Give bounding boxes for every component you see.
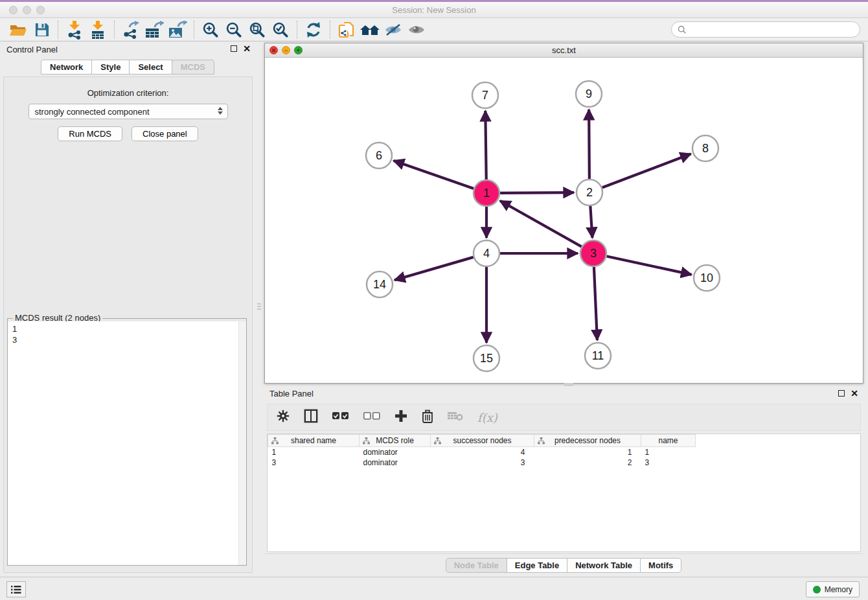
table-row[interactable]: 1dominator411: [268, 447, 696, 457]
zoom-in-icon: [202, 21, 219, 38]
graph-edge-4-14[interactable]: [394, 257, 474, 280]
toolbar-separator: [297, 21, 297, 39]
export-network-button[interactable]: [119, 19, 143, 40]
column-header-successor-nodes[interactable]: successor nodes: [431, 435, 534, 447]
graph-node-6[interactable]: 6: [366, 143, 392, 168]
table-cell[interactable]: dominator: [360, 457, 431, 468]
network-canvas[interactable]: 7968124314101511: [265, 58, 863, 383]
column-header-name[interactable]: name: [641, 435, 696, 447]
tab-network[interactable]: Network: [41, 60, 92, 75]
toolbar-search-field[interactable]: [671, 21, 860, 38]
table-settings-button[interactable]: [277, 410, 290, 425]
graph-edge-3-11[interactable]: [594, 267, 597, 340]
open-file-button[interactable]: [6, 19, 30, 40]
tab-style[interactable]: Style: [91, 60, 130, 75]
table-cell[interactable]: 3: [641, 457, 696, 468]
gear-icon: [277, 410, 290, 422]
table-cell[interactable]: 1: [534, 447, 641, 457]
select-all-button[interactable]: [332, 411, 349, 423]
graph-edge-2-8[interactable]: [602, 154, 691, 188]
graph-node-14[interactable]: 14: [367, 271, 393, 297]
table-cell[interactable]: 3: [268, 457, 360, 468]
column-header-mcds-role[interactable]: MCDS role: [360, 435, 431, 447]
trash-icon: [422, 410, 433, 423]
graph-node-1[interactable]: 1: [474, 180, 499, 206]
run-mcds-button[interactable]: Run MCDS: [58, 126, 122, 141]
column-header-predecessor-nodes[interactable]: predecessor nodes: [534, 435, 641, 447]
float-window-icon[interactable]: [231, 45, 237, 52]
table-cell[interactable]: dominator: [360, 447, 431, 457]
graph-edge-2-3[interactable]: [590, 206, 592, 238]
table-header-row: shared name MCDS role successor nodes: [268, 435, 696, 447]
optimization-criterion-select[interactable]: strongly connected component: [29, 104, 228, 119]
delete-column-button[interactable]: [422, 410, 433, 426]
search-input[interactable]: [691, 24, 854, 35]
maximize-window-icon[interactable]: +: [294, 46, 303, 54]
export-table-button[interactable]: [143, 19, 166, 40]
splitter-handle[interactable]: [257, 299, 261, 314]
refresh-button[interactable]: [302, 19, 325, 40]
zoom-out-button[interactable]: [222, 19, 246, 40]
create-column-button[interactable]: [394, 410, 407, 425]
minimize-window-icon[interactable]: −: [282, 46, 290, 54]
traffic-minimize-icon[interactable]: [23, 6, 31, 14]
tree-column-icon: [271, 437, 279, 444]
table-cell[interactable]: 4: [431, 447, 534, 457]
task-history-button[interactable]: [6, 581, 26, 597]
traffic-zoom-icon[interactable]: [36, 6, 45, 14]
graph-node-8[interactable]: 8: [692, 135, 718, 161]
export-table-icon: [144, 21, 164, 39]
import-network-button[interactable]: [63, 19, 86, 40]
graph-edge-1-2[interactable]: [500, 192, 574, 193]
traffic-close-icon[interactable]: [9, 6, 17, 14]
graph-node-9[interactable]: 9: [576, 81, 602, 107]
memory-dot-icon: [813, 586, 821, 594]
save-session-button[interactable]: [30, 19, 53, 40]
graph-edge-3-10[interactable]: [607, 256, 692, 274]
clone-network-button[interactable]: [335, 19, 358, 40]
mcds-result-area: 1 3: [8, 321, 246, 565]
graph-node-10[interactable]: 10: [694, 265, 720, 291]
close-icon[interactable]: ✕: [243, 45, 251, 52]
graph-edge-3-1[interactable]: [500, 201, 582, 247]
deselect-all-button[interactable]: [363, 411, 380, 423]
close-icon[interactable]: ✕: [851, 390, 858, 397]
zoom-fit-button[interactable]: [246, 19, 269, 40]
graph-node-15[interactable]: 15: [474, 345, 499, 371]
tab-node-table[interactable]: Node Table: [446, 558, 507, 573]
graph-node-4[interactable]: 4: [474, 240, 499, 266]
export-image-button[interactable]: [166, 19, 189, 40]
memory-button[interactable]: Memory: [806, 581, 860, 597]
graph-node-3[interactable]: 3: [580, 240, 606, 266]
table-row[interactable]: 3dominator323: [268, 457, 696, 468]
table-cell[interactable]: 3: [431, 457, 534, 468]
float-window-icon[interactable]: [838, 390, 845, 397]
first-neighbors-button[interactable]: [358, 19, 382, 40]
graph-edge-1-6[interactable]: [394, 161, 474, 189]
zoom-in-button[interactable]: [199, 19, 222, 40]
graph-node-7[interactable]: 7: [472, 82, 498, 108]
show-details-icon: [407, 23, 426, 37]
zoom-selected-button[interactable]: [269, 19, 292, 40]
graph-node-2[interactable]: 2: [577, 179, 602, 205]
hide-details-button[interactable]: [382, 19, 405, 40]
table-cell[interactable]: 1: [641, 447, 696, 457]
table-cell[interactable]: 2: [534, 457, 641, 468]
graph-edge-2-9[interactable]: [589, 110, 589, 179]
show-columns-button[interactable]: [304, 409, 318, 426]
result-scrollbar[interactable]: [238, 321, 246, 565]
tab-network-table[interactable]: Network Table: [567, 558, 641, 573]
panel-splitter[interactable]: [256, 41, 262, 577]
table-cell[interactable]: 1: [268, 447, 360, 457]
close-panel-button[interactable]: Close panel: [131, 126, 198, 141]
close-window-icon[interactable]: ✕: [269, 46, 278, 54]
import-table-button[interactable]: [86, 19, 109, 40]
show-details-button[interactable]: [405, 19, 428, 40]
column-header-shared-name[interactable]: shared name: [268, 435, 360, 447]
tab-motifs[interactable]: Motifs: [640, 558, 681, 573]
tab-edge-table[interactable]: Edge Table: [507, 558, 567, 573]
tab-mcds[interactable]: MCDS: [172, 60, 214, 75]
tab-select[interactable]: Select: [129, 60, 172, 75]
graph-edge-1-7[interactable]: [485, 111, 486, 179]
graph-node-11[interactable]: 11: [585, 343, 611, 369]
